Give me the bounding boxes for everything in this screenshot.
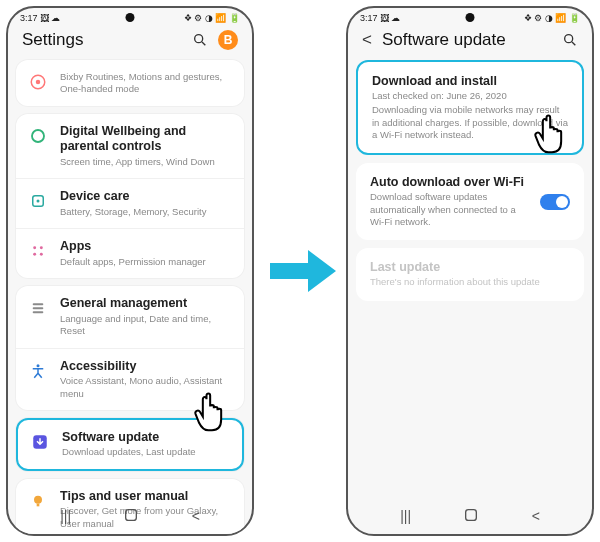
nav-recents[interactable]: ||| <box>60 508 71 524</box>
item-title: Device care <box>60 189 232 205</box>
item-title: Accessibility <box>60 359 232 375</box>
svg-rect-11 <box>33 304 44 306</box>
item-sub: Download updates, Last update <box>62 446 230 458</box>
search-icon[interactable] <box>192 32 208 48</box>
item-title: Software update <box>62 430 230 446</box>
status-icons-left: 🖼 ☁ <box>40 13 61 23</box>
phone-settings: 3:17🖼 ☁ ❖ ⚙ ◑ 📶 🔋 Settings B Bixby Routi… <box>6 6 254 536</box>
svg-point-21 <box>565 35 573 43</box>
item-sub: Battery, Storage, Memory, Security <box>60 206 232 218</box>
item-sub: Last checked on: June 26, 2020 <box>372 90 568 102</box>
general-icon <box>28 298 48 318</box>
item-sub: Bixby Routines, Motions and gestures, On… <box>60 71 232 96</box>
svg-point-9 <box>33 253 36 256</box>
settings-item-devicecare[interactable]: Device careBattery, Storage, Memory, Sec… <box>16 178 244 228</box>
status-time: 3:17 <box>360 13 378 23</box>
item-sub: Language and input, Date and time, Reset <box>60 313 232 338</box>
status-icons-right: ❖ ⚙ ◑ 📶 🔋 <box>524 13 580 23</box>
svg-rect-20 <box>126 509 137 520</box>
auto-download-toggle[interactable] <box>540 194 570 210</box>
settings-item-wellbeing[interactable]: Digital Wellbeing and parental controlsS… <box>16 114 244 179</box>
item-title: Digital Wellbeing and parental controls <box>60 124 232 155</box>
back-button[interactable]: < <box>362 30 372 50</box>
nav-back[interactable]: < <box>192 508 200 524</box>
profile-avatar[interactable]: B <box>218 30 238 50</box>
update-list: Download and install Last checked on: Ju… <box>348 60 592 301</box>
page-title: Settings <box>22 30 192 50</box>
item-title: General management <box>60 296 232 312</box>
settings-item-software-update[interactable]: Software updateDownload updates, Last up… <box>18 420 242 469</box>
status-icons-left: 🖼 ☁ <box>380 13 401 23</box>
nav-bar: ||| < <box>348 502 592 530</box>
item-title: Download and install <box>372 74 568 88</box>
search-icon[interactable] <box>562 32 578 48</box>
svg-rect-12 <box>33 308 44 310</box>
item-title: Last update <box>370 260 570 274</box>
page-title: Software update <box>382 30 562 50</box>
nav-home[interactable] <box>123 507 139 526</box>
item-title: Apps <box>60 239 232 255</box>
nav-bar: ||| < <box>8 502 252 530</box>
arrow-icon <box>270 248 336 294</box>
nav-back[interactable]: < <box>532 508 540 524</box>
item-sub: Download software updates automatically … <box>370 191 530 228</box>
settings-item-general[interactable]: General managementLanguage and input, Da… <box>16 286 244 347</box>
svg-point-3 <box>36 80 41 85</box>
download-install-item[interactable]: Download and install Last checked on: Ju… <box>358 64 582 151</box>
item-sub: Default apps, Permission manager <box>60 256 232 268</box>
svg-point-8 <box>40 246 43 249</box>
svg-line-1 <box>202 42 205 45</box>
apps-icon <box>28 241 48 261</box>
camera-cutout <box>466 13 475 22</box>
item-sub: There's no information about this update <box>370 276 570 288</box>
svg-point-4 <box>32 130 44 142</box>
svg-point-0 <box>195 35 203 43</box>
phone-software-update: 3:17🖼 ☁ ❖ ⚙ ◑ 📶 🔋 < Software update Down… <box>346 6 594 536</box>
nav-home[interactable] <box>463 507 479 526</box>
item-sub: Voice Assistant, Mono audio, Assistant m… <box>60 375 232 400</box>
settings-list: Bixby Routines, Motions and gestures, On… <box>8 60 252 536</box>
item-title: Auto download over Wi-Fi <box>370 175 530 189</box>
svg-rect-23 <box>466 509 477 520</box>
accessibility-icon <box>28 361 48 381</box>
bixby-icon <box>28 72 48 92</box>
item-sub: Screen time, App timers, Wind Down <box>60 156 232 168</box>
settings-item-apps[interactable]: AppsDefault apps, Permission manager <box>16 228 244 278</box>
nav-recents[interactable]: ||| <box>400 508 411 524</box>
status-icons-right: ❖ ⚙ ◑ 📶 🔋 <box>184 13 240 23</box>
svg-point-6 <box>37 200 40 203</box>
devicecare-icon <box>28 191 48 211</box>
svg-point-10 <box>40 253 43 256</box>
wellbeing-icon <box>28 126 48 146</box>
auto-download-item[interactable]: Auto download over Wi-Fi Download softwa… <box>356 165 584 238</box>
item-sub: Downloading via mobile networks may resu… <box>372 104 568 141</box>
svg-line-22 <box>572 42 575 45</box>
status-time: 3:17 <box>20 13 38 23</box>
update-header: < Software update <box>348 24 592 60</box>
svg-point-14 <box>37 364 40 367</box>
settings-item-bixby[interactable]: Bixby Routines, Motions and gestures, On… <box>16 60 244 106</box>
last-update-item: Last update There's no information about… <box>356 250 584 298</box>
software-update-icon <box>30 432 50 452</box>
camera-cutout <box>126 13 135 22</box>
svg-rect-13 <box>33 312 44 314</box>
settings-header: Settings B <box>8 24 252 60</box>
svg-point-7 <box>33 246 36 249</box>
settings-item-accessibility[interactable]: AccessibilityVoice Assistant, Mono audio… <box>16 348 244 410</box>
